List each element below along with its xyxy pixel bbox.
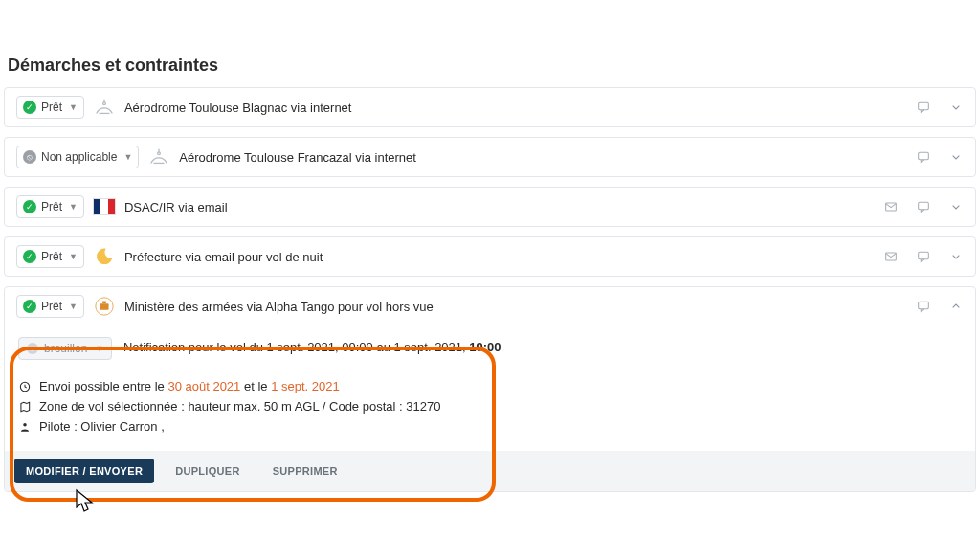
comment-icon[interactable] xyxy=(916,299,931,314)
section-title: Démarches et contraintes xyxy=(8,56,976,76)
svg-point-0 xyxy=(103,102,106,105)
status-chip-ready[interactable]: ✓ Prêt ▼ xyxy=(16,195,84,218)
svg-rect-10 xyxy=(102,302,106,304)
row-title: DSAC/IR via email xyxy=(124,200,874,214)
map-icon xyxy=(18,400,32,414)
status-label: Prêt xyxy=(41,300,62,313)
chevron-down-icon[interactable] xyxy=(948,100,964,115)
send-window-text: Envoi possible entre le 30 août 2021 et … xyxy=(39,379,340,393)
svg-rect-11 xyxy=(919,302,929,308)
chevron-down-icon: ▼ xyxy=(69,302,78,311)
status-label: Prêt xyxy=(41,200,62,213)
pilot-text: Pilote : Olivier Carron , xyxy=(39,419,165,434)
action-bar: MODIFIER / ENVOYER DUPLIQUER SUPPRIMER xyxy=(5,451,975,491)
modify-send-button[interactable]: MODIFIER / ENVOYER xyxy=(14,459,154,483)
clock-icon xyxy=(18,380,32,393)
svg-rect-7 xyxy=(919,252,929,258)
chevron-down-icon: ▼ xyxy=(69,202,78,212)
check-icon: ✓ xyxy=(23,200,36,213)
army-icon xyxy=(94,296,115,317)
status-chip-ready[interactable]: ✓ Prêt ▼ xyxy=(16,96,84,119)
svg-point-2 xyxy=(158,152,161,155)
constraint-row: ⦸ Non applicable ▼ Aérodrome Toulouse Fr… xyxy=(4,137,976,177)
check-icon: ✓ xyxy=(23,300,36,313)
comment-icon[interactable] xyxy=(916,199,931,214)
chevron-down-icon: ▼ xyxy=(69,102,78,112)
row-title: Aérodrome Toulouse Blagnac via internet xyxy=(124,101,906,115)
row-title: Préfecture via email pour vol de nuit xyxy=(124,250,874,264)
chevron-down-icon: ▼ xyxy=(69,252,78,261)
svg-point-13 xyxy=(23,423,27,427)
row-title: Aérodrome Toulouse Francazal via interne… xyxy=(179,150,906,165)
zone-text: Zone de vol sélectionnée : hauteur max. … xyxy=(39,399,440,414)
chevron-down-icon: ▼ xyxy=(95,344,103,353)
svg-rect-5 xyxy=(919,202,929,209)
mail-icon[interactable] xyxy=(883,199,899,214)
comment-icon[interactable] xyxy=(916,249,931,264)
delete-button[interactable]: SUPPRIMER xyxy=(261,459,349,483)
draft-icon: ● xyxy=(27,343,38,354)
check-icon: ✓ xyxy=(23,101,36,114)
airport-icon xyxy=(148,146,169,168)
row-title: Ministère des armées via Alpha Tango pou… xyxy=(124,300,906,314)
svg-rect-3 xyxy=(919,152,929,159)
airport-icon xyxy=(94,97,115,118)
chevron-down-icon[interactable] xyxy=(948,149,964,165)
constraint-row: ✓ Prêt ▼ DSAC/IR via email xyxy=(4,187,976,227)
svg-rect-9 xyxy=(100,303,108,309)
notification-details: Envoi possible entre le 30 août 2021 et … xyxy=(18,379,962,434)
constraint-row-expanded: ✓ Prêt ▼ Ministère des armées via Alpha … xyxy=(4,286,976,492)
chevron-down-icon[interactable] xyxy=(948,249,964,264)
notification-title: Notification pour le vol du 1 sept. 2021… xyxy=(123,340,501,354)
svg-rect-1 xyxy=(919,102,929,109)
status-chip-draft[interactable]: ● brouillon ▼ xyxy=(18,337,112,360)
chevron-down-icon[interactable] xyxy=(948,199,964,214)
person-icon xyxy=(18,420,32,434)
chevron-up-icon[interactable] xyxy=(948,299,964,314)
status-label: Non applicable xyxy=(41,150,117,164)
constraint-row: ✓ Prêt ▼ Préfecture via email pour vol d… xyxy=(4,236,976,277)
comment-icon[interactable] xyxy=(916,100,931,115)
status-label: brouillon xyxy=(44,342,87,355)
constraint-row: ✓ Prêt ▼ Aérodrome Toulouse Blagnac via … xyxy=(4,87,976,127)
status-chip-ready[interactable]: ✓ Prêt ▼ xyxy=(16,245,84,268)
status-label: Prêt xyxy=(41,101,62,114)
mail-icon[interactable] xyxy=(883,249,899,264)
status-chip-ready[interactable]: ✓ Prêt ▼ xyxy=(16,295,84,318)
duplicate-button[interactable]: DUPLIQUER xyxy=(164,459,251,483)
status-label: Prêt xyxy=(41,250,62,263)
moon-icon xyxy=(94,246,115,267)
comment-icon[interactable] xyxy=(916,149,931,165)
chevron-down-icon: ▼ xyxy=(123,152,132,162)
na-icon: ⦸ xyxy=(23,150,36,164)
check-icon: ✓ xyxy=(23,250,36,263)
france-flag-icon xyxy=(94,196,115,217)
status-chip-na[interactable]: ⦸ Non applicable ▼ xyxy=(16,146,139,168)
